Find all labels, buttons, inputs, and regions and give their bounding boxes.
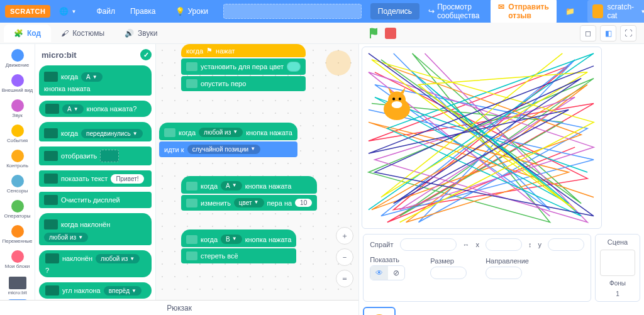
category-variables[interactable]: Переменные <box>0 223 35 248</box>
tab-code[interactable]: 🧩Код <box>4 25 51 42</box>
account-menu[interactable]: scratch-cat ▼ <box>587 0 644 23</box>
small-stage-button[interactable]: ◻ <box>580 25 596 41</box>
microbit-icon <box>186 235 197 244</box>
script-stack-1[interactable]: когда⚑нажат установить для пера цвет опу… <box>181 44 306 92</box>
script-stack-4[interactable]: когдаB▼кнопка нажата стереть всё <box>181 229 296 265</box>
file-menu[interactable]: Файл <box>90 3 121 19</box>
stage-title: Сцена <box>608 238 628 246</box>
block-is-button-pressed[interactable]: A▼кнопка нажата? <box>39 101 152 117</box>
block-tilt-angle[interactable]: угл наклонавперёд▼ <box>39 282 152 299</box>
backpack[interactable]: Рюкзак <box>0 300 358 315</box>
zoom-reset-button[interactable]: ＝ <box>336 270 353 287</box>
pen-drawing <box>362 47 601 228</box>
username: scratch-cat <box>607 3 636 20</box>
sprite-label: Спрайт <box>370 241 393 248</box>
main-area: Движение Внешний вид Звук События Контро… <box>0 44 644 315</box>
microbit-icon <box>44 195 58 205</box>
workspace[interactable]: когда⚑нажат установить для пера цвет опу… <box>156 44 358 300</box>
mystuff-icon[interactable]: 📁 <box>559 7 581 16</box>
tab-sounds[interactable]: 🔊Звуки <box>114 25 167 42</box>
sound-icon: 🔊 <box>125 29 134 38</box>
block-when-moved[interactable]: когдапередвинулись▼ <box>39 122 152 141</box>
category-motion[interactable]: Движение <box>0 47 35 72</box>
sprite-y-input[interactable] <box>548 238 584 251</box>
zoom-out-button[interactable]: － <box>336 248 353 266</box>
sprite-list <box>359 304 644 315</box>
category-myblocks[interactable]: Мои блоки <box>0 248 35 273</box>
zoom-controls: ＋ － ＝ <box>336 227 353 287</box>
stage-thumbnail[interactable] <box>600 250 635 276</box>
sprite-info-panel: Спрайт ↔ x ↕ y Показать 👁 ⊘ <box>363 234 591 302</box>
microbit-icon <box>44 72 58 82</box>
language-menu[interactable]: 🌐 ▼ <box>53 3 82 19</box>
block-is-tilted[interactable]: наклонёнлюбой из▼? <box>39 250 152 277</box>
sprite-thumbnail[interactable] <box>363 307 396 315</box>
microbit-icon <box>44 174 58 184</box>
color-picker[interactable] <box>287 62 301 72</box>
block-clear-display[interactable]: Очистить дисплей <box>39 192 152 208</box>
microbit-icon <box>44 128 58 138</box>
svg-point-2 <box>392 97 395 100</box>
pen-icon <box>186 251 197 260</box>
zoom-in-button[interactable]: ＋ <box>336 227 353 245</box>
block-when-tilted[interactable]: когда наклонёнлюбой из▼ <box>39 213 152 245</box>
pen-icon <box>186 62 197 71</box>
code-icon: 🧩 <box>14 29 23 38</box>
category-list: Движение Внешний вид Звук События Контро… <box>0 44 35 300</box>
microbit-icon <box>164 128 175 137</box>
tab-costumes[interactable]: 🖌Костюмы <box>51 25 114 42</box>
connection-ok-icon: ✓ <box>140 49 152 60</box>
category-events[interactable]: События <box>0 122 35 147</box>
menubar: SCRATCH 🌐 ▼ Файл Правка 💡 Уроки Поделись… <box>0 0 644 23</box>
green-flag-button[interactable] <box>369 27 381 40</box>
tutorials-menu[interactable]: 💡 Уроки <box>169 3 214 19</box>
scratch-cat-sprite[interactable] <box>375 85 419 129</box>
flag-icon: ⚑ <box>206 47 213 55</box>
feedback-button[interactable]: ✉ Отправить отзыв <box>491 0 556 24</box>
category-looks[interactable]: Внешний вид <box>0 72 35 97</box>
svg-point-4 <box>392 101 402 108</box>
pattern-editor[interactable] <box>100 150 119 162</box>
block-when-button-pressed[interactable]: когдаA▼кнопка нажата <box>39 65 152 96</box>
svg-point-3 <box>399 97 401 100</box>
category-sound[interactable]: Звук <box>0 97 35 122</box>
hide-sprite-button[interactable]: ⊘ <box>388 266 404 280</box>
project-title-input[interactable] <box>223 4 362 19</box>
microbit-icon <box>44 151 58 161</box>
microbit-icon <box>45 253 59 263</box>
category-operators[interactable]: Операторы <box>0 197 35 223</box>
xy-icon: ↔ <box>463 241 470 248</box>
sprite-x-input[interactable] <box>486 238 522 251</box>
large-stage-button[interactable]: ◧ <box>600 25 616 41</box>
block-show-text[interactable]: показать текстПривет! <box>39 170 152 187</box>
backdrop-count: 1 <box>616 290 619 297</box>
category-sensing[interactable]: Сенсоры <box>0 172 35 197</box>
script-stack-3[interactable]: когдаA▼кнопка нажата изменитьцвет▼пера н… <box>181 176 317 212</box>
share-button[interactable]: Поделись <box>370 3 419 19</box>
avatar <box>592 4 604 18</box>
tab-row: 🧩Код 🖌Костюмы 🔊Звуки ◻ ◧ ⛶ <box>0 23 644 44</box>
script-stack-2[interactable]: когдалюбой из▼кнопка нажата идти кслучай… <box>159 123 297 158</box>
stage[interactable] <box>362 47 602 229</box>
fullscreen-button[interactable]: ⛶ <box>620 25 636 41</box>
stage-panel: Сцена Фоны 1 <box>595 234 640 302</box>
costume-icon: 🖌 <box>61 29 69 38</box>
block-display[interactable]: отобразить <box>39 146 152 165</box>
edit-menu[interactable]: Правка <box>124 3 162 19</box>
sprite-size-input[interactable] <box>430 267 467 279</box>
category-control[interactable]: Контроль <box>0 147 35 172</box>
sprite-name-input[interactable] <box>400 238 457 251</box>
scratch-logo[interactable]: SCRATCH <box>5 5 50 18</box>
community-link[interactable]: ↪ Просмотр сообщества <box>422 0 486 24</box>
category-microbit[interactable]: micro:bit <box>0 273 35 299</box>
pen-icon <box>186 199 197 207</box>
show-sprite-button[interactable]: 👁 <box>370 266 388 280</box>
microbit-icon <box>44 219 58 229</box>
microbit-icon <box>186 182 197 191</box>
stop-button[interactable] <box>385 28 396 39</box>
sprite-direction-input[interactable] <box>486 267 522 279</box>
sprite-watermark <box>326 50 351 75</box>
backdrops-label: Фоны <box>609 280 626 287</box>
microbit-icon <box>45 285 59 296</box>
palette-title: micro:bit ✓ <box>42 49 152 60</box>
